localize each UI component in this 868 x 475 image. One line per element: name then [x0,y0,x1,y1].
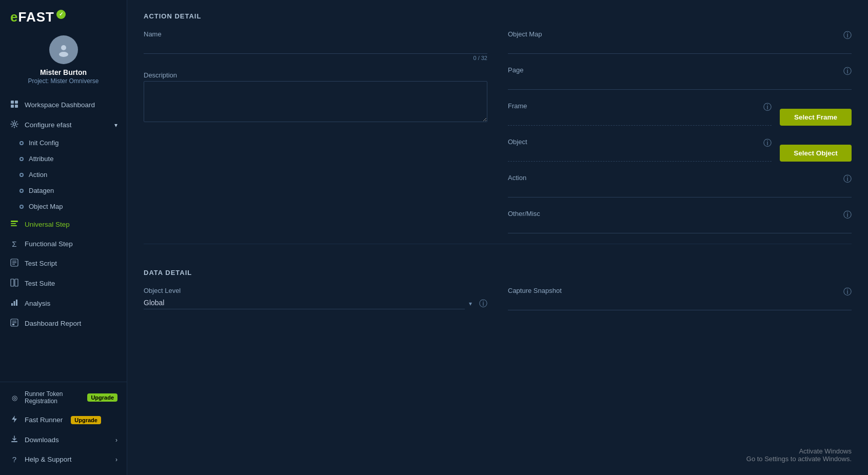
page-help-icon[interactable]: ⓘ [843,66,852,77]
frame-input[interactable] [508,112,772,126]
grid-icon [9,100,19,110]
other-misc-label: Other/Misc [508,210,852,217]
help-icon: ? [9,455,19,464]
sidebar-item-attribute[interactable]: Attribute [0,151,127,167]
action-detail-section: ACTION DETAIL Name 0 / 32 Description [144,12,852,233]
object-level-help-icon[interactable]: ⓘ [479,299,487,309]
data-detail-section: DATA DETAIL Object Level Global Local Se… [144,269,852,310]
action-help-icon[interactable]: ⓘ [843,174,852,185]
windows-activate: Activate Windows Go to Settings to activ… [746,447,852,463]
svg-rect-16 [11,303,13,306]
download-icon [9,435,19,445]
object-map-label: Object Map [508,30,852,38]
action-field: ⓘ Action [508,174,852,197]
description-field: Description [144,71,487,122]
bullet-icon [19,189,24,193]
user-profile: Mister Burton Project: Mister Omniverse [0,30,127,92]
description-label: Description [144,71,487,79]
logo-area: eFAST ✓ [0,0,127,30]
object-map-help-icon[interactable]: ⓘ [843,30,852,41]
sidebar-item-label: Configure efast [25,121,72,129]
object-help-icon[interactable]: ⓘ [763,138,772,149]
svg-rect-17 [14,301,15,306]
windows-activate-line2: Go to Settings to activate Windows. [746,455,852,463]
sidebar-item-runner-token[interactable]: ◎ Runner Token Registration Upgrade [0,385,127,410]
page-label: Page [508,66,852,74]
left-column: Name 0 / 32 Description [144,30,487,233]
action-detail-title: ACTION DETAIL [144,12,852,20]
upgrade-badge-green: Upgrade [87,393,117,402]
script-icon [9,259,19,268]
data-detail-title: DATA DETAIL [144,269,852,276]
object-level-select-wrap: Global Local Session ▾ ⓘ [144,296,487,309]
sidebar-item-test-suite[interactable]: Test Suite [0,273,127,293]
other-misc-help-icon[interactable]: ⓘ [843,210,852,221]
select-object-button[interactable]: Select Object [780,145,852,162]
data-detail-grid: Object Level Global Local Session ▾ ⓘ ⓘ … [144,287,852,310]
sidebar-bottom: ◎ Runner Token Registration Upgrade Fast… [0,382,127,475]
description-input[interactable] [144,81,487,122]
svg-rect-18 [16,300,17,306]
user-name: Mister Burton [40,68,87,76]
upgrade-badge-yellow: Upgrade [71,416,101,424]
name-label: Name [144,30,487,38]
sidebar-sub-label: Object Map [29,203,63,210]
char-count: 0 / 32 [144,55,487,61]
object-label: Object [508,138,772,146]
sidebar: eFAST ✓ Mister Burton Project: Mister Om… [0,0,127,475]
name-input[interactable] [144,40,487,54]
select-frame-button[interactable]: Select Frame [780,109,852,126]
logo-badge: ✓ [56,10,66,19]
sidebar-item-functional-step[interactable]: Σ Functional Step [0,234,127,253]
other-misc-input[interactable] [508,220,852,233]
object-level-select[interactable]: Global Local Session [144,296,465,309]
sidebar-item-workspace-dashboard[interactable]: Workspace Dashboard [0,95,127,115]
action-label: Action [508,174,852,182]
project-name: Project: Mister Omniverse [28,77,98,85]
sidebar-item-downloads[interactable]: Downloads › [0,430,127,450]
object-input[interactable] [508,148,772,162]
sidebar-item-configure-efast[interactable]: Configure efast ▾ [0,115,127,135]
sidebar-item-universal-step[interactable]: Universal Step [0,214,127,234]
sidebar-item-help-support[interactable]: ? Help & Support › [0,450,127,469]
sidebar-item-object-map[interactable]: Object Map [0,199,127,214]
page-input[interactable] [508,76,852,90]
capture-snapshot-help-icon[interactable]: ⓘ [843,287,852,298]
svg-rect-5 [15,105,18,108]
capture-snapshot-input[interactable] [508,296,852,310]
frame-help-icon[interactable]: ⓘ [763,102,772,113]
sidebar-sub-label: Init Config [29,139,59,147]
svg-rect-15 [15,279,18,286]
capture-snapshot-field: ⓘ Capture Snapshot [508,287,852,310]
sidebar-item-init-config[interactable]: Init Config [0,135,127,151]
lightning-icon [9,415,19,425]
svg-rect-2 [11,101,14,104]
sidebar-item-analysis[interactable]: Analysis [0,293,127,313]
chevron-right-icon: › [115,456,117,463]
sidebar-item-label: Runner Token Registration [25,390,79,405]
sigma-icon: Σ [9,240,19,248]
sidebar-item-test-script[interactable]: Test Script [0,253,127,273]
svg-rect-22 [12,324,14,325]
sidebar-sub-label: Action [29,171,47,179]
report-icon [9,319,19,328]
step-icon [9,220,19,229]
sidebar-item-dashboard-report[interactable]: Dashboard Report [0,313,127,333]
sidebar-item-fast-runner[interactable]: Fast Runner Upgrade [0,410,127,430]
sidebar-item-action[interactable]: Action [0,167,127,183]
capture-snapshot-label: Capture Snapshot [508,287,852,294]
sidebar-item-datagen[interactable]: Datagen [0,183,127,199]
gear-icon [9,120,19,130]
analysis-icon [9,299,19,308]
action-input[interactable] [508,184,852,197]
svg-point-0 [61,45,66,50]
sidebar-item-label: Dashboard Report [25,320,81,327]
name-field: Name 0 / 32 [144,30,487,61]
svg-point-1 [59,52,68,57]
other-misc-field: ⓘ Other/Misc [508,210,852,233]
object-level-field: Object Level Global Local Session ▾ ⓘ [144,287,487,310]
object-map-input[interactable] [508,40,852,54]
sidebar-sub-label: Attribute [29,155,53,163]
action-detail-grid: Name 0 / 32 Description ⓘ Object Map [144,30,852,233]
svg-rect-4 [11,105,14,108]
